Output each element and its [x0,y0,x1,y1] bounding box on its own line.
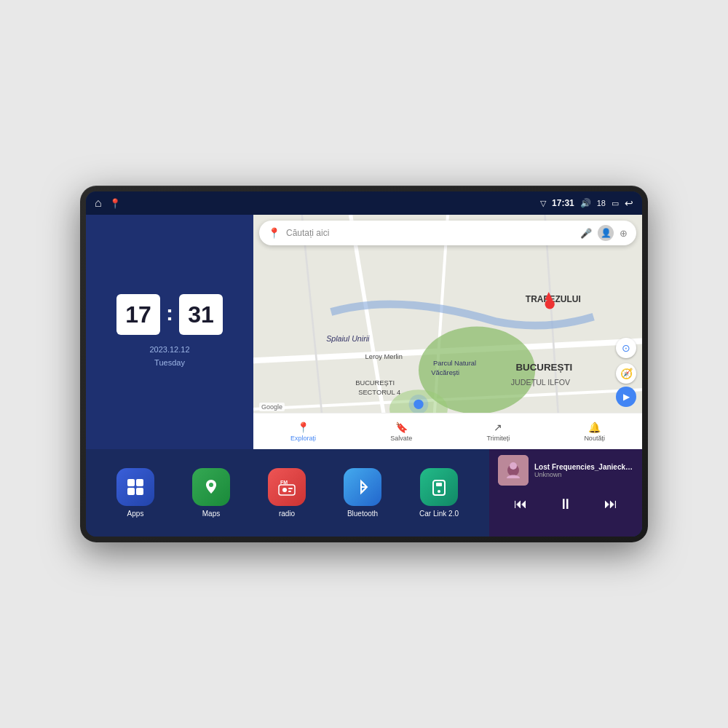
prev-button[interactable]: ⏮ [508,494,533,515]
date-value: 2023.12.12 [149,345,189,354]
app-item-maps[interactable]: Maps [192,468,230,518]
news-icon: 🔔 [588,422,601,433]
map-navigate-button[interactable]: ▶ [616,387,636,407]
music-details: Lost Frequencies_Janieck Devy-... Unknow… [534,463,633,478]
app-item-bluetooth[interactable]: Bluetooth [344,468,381,518]
maps-icon [192,468,230,506]
clock-minute: 31 [179,294,223,335]
svg-text:Splaiul Unirii: Splaiul Unirii [326,334,370,343]
music-controls: ⏮ ⏸ ⏭ [498,493,633,515]
app-item-radio[interactable]: FM radio [268,468,306,518]
apps-icon [116,468,154,506]
map-bottom-bar: 📍 Explorați 🔖 Salvate ↗ Trimiteți 🔔 Nout… [253,413,642,449]
svg-text:BUCUREȘTI: BUCUREȘTI [355,379,395,387]
signal-icon: ▽ [540,199,546,208]
user-avatar[interactable]: 👤 [598,225,614,241]
music-title: Lost Frequencies_Janieck Devy-... [534,463,633,471]
clock-widget: 17 : 31 [116,294,223,335]
svg-point-27 [209,483,213,487]
map-compass[interactable]: 🧭 [616,363,636,384]
bottom-section: Apps Maps [86,449,642,537]
svg-point-38 [510,462,517,470]
share-icon: ↗ [494,422,502,433]
bluetooth-icon [344,468,381,506]
main-content: 17 : 31 2023.12.12 Tuesday [86,215,642,449]
clock-hour: 17 [116,294,160,335]
apps-label: Apps [127,510,144,518]
play-pause-button[interactable]: ⏸ [553,493,579,515]
saved-label: Salvate [390,435,412,442]
app-item-carlink[interactable]: Car Link 2.0 [419,468,459,518]
svg-point-29 [282,488,287,492]
share-label: Trimiteți [487,435,510,442]
map-search-bar[interactable]: 📍 Căutați aici 🎤 👤 ⊕ [259,221,636,245]
carlink-label: Car Link 2.0 [419,510,459,518]
voice-search-icon[interactable]: 🎤 [580,228,592,239]
svg-rect-31 [288,491,291,492]
map-tab-explore[interactable]: 📍 Explorați [290,422,316,442]
map-tab-share[interactable]: ↗ Trimiteți [487,422,510,442]
volume-icon: 🔊 [580,198,591,208]
svg-rect-23 [127,479,135,486]
svg-text:Văcărești: Văcărești [431,369,459,376]
svg-point-22 [409,395,429,414]
car-display-device: ⌂ 📍 ▽ 17:31 🔊 18 ▭ ↩ 17 : 31 [80,186,648,542]
explore-icon: 📍 [297,422,309,433]
next-button[interactable]: ⏭ [598,494,623,515]
map-search-actions: 🎤 👤 ⊕ [580,225,628,241]
svg-rect-30 [288,488,293,489]
svg-text:Parcul Natural: Parcul Natural [433,360,476,367]
svg-rect-26 [136,488,143,495]
svg-rect-25 [127,488,135,495]
home-icon[interactable]: ⌂ [95,197,102,210]
explore-label: Explorați [290,435,316,442]
radio-icon: FM [268,468,306,506]
day-value: Tuesday [154,358,185,367]
map-tab-news[interactable]: 🔔 Noutăți [584,422,605,442]
svg-text:▲: ▲ [542,288,555,303]
maps-status-icon[interactable]: 📍 [109,198,121,209]
device-screen: ⌂ 📍 ▽ 17:31 🔊 18 ▭ ↩ 17 : 31 [86,191,642,537]
svg-rect-24 [136,479,143,486]
radio-label: radio [279,510,295,518]
back-icon[interactable]: ↩ [625,197,633,209]
clock-panel: 17 : 31 2023.12.12 Tuesday [86,215,253,449]
svg-rect-34 [436,483,442,486]
date-display: 2023.12.12 Tuesday [149,344,189,369]
map-tab-saved[interactable]: 🔖 Salvate [390,422,412,442]
app-item-apps[interactable]: Apps [116,468,154,518]
svg-text:SECTORUL 4: SECTORUL 4 [358,389,400,396]
status-bar-left: ⌂ 📍 [95,197,121,210]
svg-text:JUDEȚUL ILFOV: JUDEȚUL ILFOV [511,378,571,387]
music-artist: Unknown [534,471,633,478]
saved-icon: 🔖 [395,422,408,433]
svg-text:BUCUREȘTI: BUCUREȘTI [515,362,572,373]
map-pin-icon: 📍 [268,227,280,239]
battery-level: 18 [597,199,606,207]
clock-colon: : [166,301,173,325]
status-time: 17:31 [552,198,574,208]
map-search-placeholder[interactable]: Căutați aici [286,228,574,238]
carlink-icon [420,468,458,506]
status-bar: ⌂ 📍 ▽ 17:31 🔊 18 ▭ ↩ [86,191,642,215]
layers-icon[interactable]: ⊕ [620,228,628,239]
map-location-button[interactable]: ⊙ [616,338,636,358]
news-label: Noutăți [584,435,605,442]
app-icons-panel: Apps Maps [86,449,489,537]
google-logo: Google [259,403,285,411]
music-panel: Lost Frequencies_Janieck Devy-... Unknow… [489,449,642,537]
map-panel[interactable]: TRAPEZULUI BUCUREȘTI JUDEȚUL ILFOV BERCE… [253,215,642,449]
status-bar-right: ▽ 17:31 🔊 18 ▭ ↩ [540,197,633,209]
bluetooth-label: Bluetooth [347,510,378,518]
album-art [498,455,529,486]
maps-label: Maps [202,510,220,518]
svg-text:FM: FM [280,480,288,485]
music-info: Lost Frequencies_Janieck Devy-... Unknow… [498,455,633,486]
svg-text:Leroy Merlin: Leroy Merlin [365,353,403,360]
svg-point-35 [438,490,440,493]
battery-icon: ▭ [612,199,619,208]
